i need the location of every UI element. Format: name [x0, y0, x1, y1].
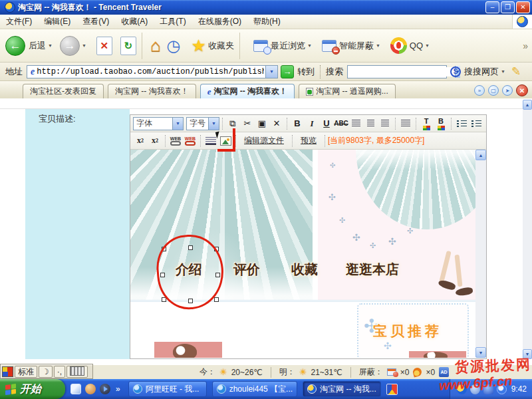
new-tab-icon[interactable]: ▢ — [488, 85, 499, 96]
search-engine-label[interactable]: 搜搜网页 — [464, 66, 499, 78]
tab-xiaoyao-shop[interactable]: 淘宝网 -- 逍遥网购... — [299, 84, 396, 98]
forward-caret-icon[interactable]: ▼ — [82, 43, 86, 48]
qq-button[interactable]: QQ ▼ — [388, 37, 432, 54]
stop-button[interactable]: ✕ — [96, 37, 112, 55]
block-window-icon — [322, 40, 336, 52]
qq-caret-icon[interactable]: ▼ — [425, 43, 430, 48]
preview-link[interactable]: 预览 — [301, 135, 317, 146]
home-button[interactable]: ⌂ — [150, 35, 161, 56]
align-left-icon[interactable] — [349, 117, 362, 130]
editor-scrollbar[interactable]: ▲ ▼ — [475, 150, 486, 358]
search-input[interactable] — [348, 67, 455, 76]
resize-handle[interactable] — [214, 297, 219, 302]
address-input[interactable] — [37, 67, 264, 76]
superscript-button[interactable]: x2 — [134, 134, 147, 148]
collect-button[interactable]: 收藏 — [291, 261, 318, 279]
menu-online-services[interactable]: 在线服务(O) — [192, 15, 247, 29]
minimize-button[interactable]: – — [485, 1, 499, 13]
cut-icon[interactable]: ✂ — [241, 117, 254, 130]
menu-tools[interactable]: 工具(T) — [154, 15, 192, 29]
font-family-combo[interactable]: 字体 ▼ — [133, 117, 184, 130]
ime-mode-button[interactable]: 标准 — [15, 366, 37, 378]
align-justify-icon[interactable] — [399, 117, 412, 130]
block-caret-icon[interactable]: ▼ — [376, 43, 380, 48]
back-icon[interactable]: ← — [5, 36, 25, 56]
recent-history-button[interactable]: 最近浏览 ▼ — [251, 40, 314, 52]
underline-button[interactable]: U — [320, 117, 333, 130]
pin-tab-icon[interactable]: ➤ — [502, 85, 513, 96]
task-button-taobao-active[interactable]: 淘宝网 -- 淘我... — [303, 381, 381, 397]
size-combo-caret-icon[interactable]: ▼ — [208, 118, 219, 130]
wangwang-icon — [133, 384, 142, 394]
align-center-icon[interactable] — [364, 117, 377, 130]
back-caret-icon[interactable]: ▼ — [48, 43, 53, 48]
ime-icon[interactable] — [2, 366, 13, 377]
recent-caret-icon[interactable]: ▼ — [307, 43, 312, 48]
bold-button[interactable]: B — [291, 117, 304, 130]
refresh-button[interactable]: ↻ — [120, 37, 136, 55]
delete-icon[interactable]: ✕ — [270, 117, 283, 130]
editor-canvas[interactable]: ✣ ✣ ✣ ✣ ✣ ✣ ✣ 介绍 评价 收藏 逛逛本店 — [130, 150, 475, 358]
background-color-button[interactable]: B — [434, 117, 448, 130]
tab-overflow-icon[interactable]: » — [474, 85, 485, 96]
favorites-button[interactable]: ★ 收藏夹 — [190, 36, 234, 55]
ime-punct-button[interactable]: ·, — [54, 366, 65, 378]
unordered-list-icon[interactable] — [469, 117, 483, 130]
address-dropdown-button[interactable]: ▼ — [266, 65, 278, 78]
engine-caret-icon[interactable]: ▼ — [501, 69, 505, 74]
restore-button[interactable]: ❐ — [501, 1, 515, 13]
align-right-icon[interactable] — [378, 117, 392, 130]
menu-view[interactable]: 查看(V) — [76, 15, 115, 29]
strikethrough-button[interactable]: ABC — [334, 117, 348, 130]
close-tab-icon[interactable]: ✕ — [516, 84, 528, 96]
ad-filter-icon[interactable]: AD — [439, 367, 449, 377]
page-scroll-up-icon[interactable]: ▲ — [523, 100, 532, 110]
history-button[interactable]: ◷ — [167, 37, 181, 55]
taskbar-ime-icon[interactable] — [386, 384, 398, 395]
horizontal-rule-icon[interactable] — [204, 134, 217, 148]
address-label: 地址 — [5, 66, 23, 78]
remove-link-button[interactable]: WEB — [184, 134, 197, 148]
task-button-chat[interactable]: zhoulei445 【宝... — [212, 381, 297, 397]
rating-button[interactable]: 评价 — [233, 261, 260, 279]
quick-launch-overflow-icon[interactable]: » — [116, 384, 120, 394]
edit-source-link[interactable]: 编辑源文件 — [244, 135, 284, 146]
start-button[interactable]: 开始 — [0, 379, 65, 399]
subscript-button[interactable]: x2 — [148, 134, 162, 148]
forward-icon[interactable]: → — [60, 36, 80, 56]
insert-link-button[interactable]: WEB — [169, 134, 182, 148]
font-combo-caret-icon[interactable]: ▼ — [172, 118, 183, 130]
highlight-pencil-icon[interactable]: ✎ — [511, 65, 521, 78]
font-size-combo[interactable]: 字号 ▼ — [186, 117, 219, 130]
menu-edit[interactable]: 编辑(E) — [38, 15, 76, 29]
menu-help[interactable]: 帮助(H) — [247, 15, 287, 29]
tab-community-reply[interactable]: 淘宝社区-发表回复 — [23, 84, 104, 98]
quick-launch-icon-2[interactable] — [85, 384, 96, 394]
back-button[interactable]: ← 后退 ▼ — [5, 36, 55, 56]
menu-favorites[interactable]: 收藏(A) — [115, 15, 154, 29]
visit-shop-button[interactable]: 逛逛本店 — [346, 261, 399, 279]
favorites-star-icon[interactable]: ★ — [192, 36, 206, 55]
ime-keyboard-button[interactable] — [66, 366, 88, 378]
ime-fullhalf-button[interactable]: ☽ — [39, 366, 53, 378]
page-scrollbar[interactable]: ▲ ▼ — [523, 100, 532, 359]
italic-button[interactable]: I — [305, 117, 319, 130]
tab-taobao-active[interactable]: e 淘宝网 -- 淘我喜欢！ — [200, 84, 295, 98]
scroll-up-icon[interactable]: ▲ — [475, 150, 486, 160]
quick-launch-icon-3[interactable] — [100, 384, 110, 394]
close-button[interactable]: ✕ — [516, 1, 530, 13]
paste-icon[interactable]: ▣ — [255, 117, 269, 130]
web-label: WEB — [170, 136, 181, 141]
go-button-icon[interactable]: → — [281, 65, 294, 78]
tab-taobao-1[interactable]: 淘宝网 -- 淘我喜欢！ — [108, 84, 196, 98]
smart-block-button[interactable]: 智能屏蔽 ▼ — [319, 40, 382, 52]
go-label[interactable]: 转到 — [297, 66, 315, 78]
task-button-wangwang[interactable]: 阿里旺旺 - 我... — [128, 381, 207, 397]
forward-button[interactable]: → ▼ — [60, 36, 88, 56]
ordered-list-icon[interactable] — [455, 117, 468, 130]
text-color-button[interactable]: T — [420, 117, 433, 130]
toolbar-overflow-icon[interactable]: » — [523, 41, 528, 51]
ime-toolbar[interactable]: 标准 ☽ ·, — [0, 364, 93, 379]
menu-file[interactable]: 文件(F) — [0, 15, 38, 29]
quick-launch-icon-1[interactable] — [70, 384, 81, 394]
